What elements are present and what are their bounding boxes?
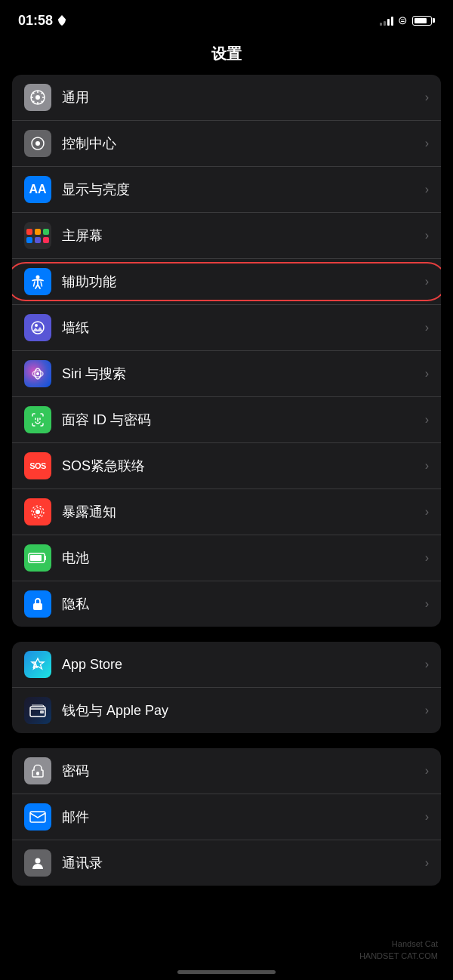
privacy-icon: [24, 590, 51, 618]
faceid-icon: [24, 406, 51, 433]
siri-chevron: ›: [425, 367, 429, 381]
home-indicator: [177, 970, 276, 974]
mail-label: 邮件: [62, 808, 419, 826]
watermark: Handset Cat HANDSET CAT.COM: [359, 938, 438, 962]
settings-item-privacy[interactable]: 隐私 ›: [12, 581, 441, 627]
svg-line-8: [42, 92, 43, 94]
display-chevron: ›: [425, 183, 429, 196]
svg-line-6: [32, 92, 34, 94]
status-time: 01:58: [18, 13, 53, 29]
svg-rect-25: [30, 555, 42, 561]
mail-icon: [24, 803, 51, 831]
settings-item-homescreen[interactable]: 主屏幕 ›: [12, 213, 441, 259]
status-bar: 01:58 ⊜: [0, 0, 453, 38]
battery-icon: [412, 16, 435, 26]
wallet-icon: [24, 697, 51, 724]
settings-item-battery[interactable]: 电池 ›: [12, 535, 441, 581]
svg-point-21: [35, 510, 40, 514]
settings-item-accessibility[interactable]: 辅助功能 ›: [12, 259, 441, 305]
sos-chevron: ›: [425, 459, 429, 473]
svg-text:A: A: [32, 661, 38, 670]
sos-icon: SOS: [24, 452, 51, 479]
control-center-label: 控制中心: [62, 134, 419, 153]
wifi-icon: ⊜: [398, 14, 408, 27]
siri-label: Siri 与搜索: [62, 365, 419, 383]
appstore-chevron: ›: [425, 658, 429, 671]
passwords-label: 密码: [62, 762, 419, 780]
general-label: 通用: [62, 88, 419, 106]
wallet-chevron: ›: [425, 704, 429, 717]
settings-section-3: 密码 › 邮件 › 通讯录 ›: [12, 748, 441, 886]
accessibility-label: 辅助功能: [62, 273, 419, 291]
accessibility-chevron: ›: [425, 275, 429, 288]
settings-item-mail[interactable]: 邮件 ›: [12, 794, 441, 840]
homescreen-label: 主屏幕: [62, 227, 419, 245]
exposure-label: 暴露通知: [62, 503, 419, 521]
homescreen-chevron: ›: [425, 229, 429, 242]
contacts-chevron: ›: [425, 856, 429, 870]
wallpaper-label: 墙纸: [62, 319, 419, 337]
settings-item-faceid[interactable]: 面容 ID 与密码 ›: [12, 397, 441, 443]
general-icon: [24, 84, 51, 111]
svg-point-14: [35, 324, 38, 327]
svg-point-1: [35, 95, 40, 100]
svg-line-7: [42, 101, 43, 103]
control-center-icon: [24, 130, 51, 157]
wallpaper-icon: [24, 314, 51, 341]
settings-item-appstore[interactable]: A App Store ›: [12, 642, 441, 688]
general-chevron: ›: [425, 91, 429, 104]
svg-rect-30: [36, 772, 39, 775]
exposure-icon: [24, 498, 51, 525]
privacy-label: 隐私: [62, 595, 419, 613]
settings-item-wallet[interactable]: 钱包与 Apple Pay ›: [12, 688, 441, 733]
wallpaper-chevron: ›: [425, 321, 429, 334]
svg-line-9: [32, 101, 34, 103]
settings-section-2: A App Store › 钱包与 Apple Pay ›: [12, 642, 441, 733]
wallet-label: 钱包与 Apple Pay: [62, 701, 419, 720]
display-icon: AA: [24, 176, 51, 203]
appstore-icon: A: [24, 651, 51, 678]
mail-chevron: ›: [425, 810, 429, 824]
settings-item-siri[interactable]: Siri 与搜索 ›: [12, 351, 441, 397]
svg-rect-31: [30, 812, 45, 822]
faceid-chevron: ›: [425, 413, 429, 427]
homescreen-icon: [24, 222, 51, 249]
svg-point-17: [36, 372, 39, 375]
faceid-label: 面容 ID 与密码: [62, 411, 419, 429]
passwords-icon: [24, 757, 51, 784]
svg-point-32: [35, 858, 41, 864]
settings-item-passwords[interactable]: 密码 ›: [12, 748, 441, 794]
signal-icon: [380, 15, 393, 26]
status-icons: ⊜: [380, 14, 435, 27]
settings-section-1: 通用 › 控制中心 › AA 显示与亮度 ›: [12, 75, 441, 627]
display-label: 显示与亮度: [62, 180, 419, 199]
settings-item-control-center[interactable]: 控制中心 ›: [12, 121, 441, 167]
passwords-chevron: ›: [425, 764, 429, 778]
location-icon: [57, 15, 66, 26]
accessibility-icon: [24, 268, 51, 295]
svg-point-13: [32, 322, 44, 334]
control-center-chevron: ›: [425, 137, 429, 150]
settings-item-wallpaper[interactable]: 墙纸 ›: [12, 305, 441, 351]
svg-point-12: [36, 276, 40, 279]
settings-item-contacts[interactable]: 通讯录 ›: [12, 840, 441, 886]
page-title: 设置: [0, 38, 453, 75]
sos-label: SOS紧急联络: [62, 457, 419, 475]
privacy-chevron: ›: [425, 597, 429, 611]
settings-item-display[interactable]: AA 显示与亮度 ›: [12, 167, 441, 213]
svg-rect-26: [33, 603, 42, 610]
settings-item-sos[interactable]: SOS SOS紧急联络 ›: [12, 443, 441, 489]
battery-setting-icon: [24, 544, 51, 572]
svg-point-11: [35, 141, 40, 146]
siri-icon: [24, 360, 51, 387]
settings-item-exposure[interactable]: 暴露通知 ›: [12, 489, 441, 535]
exposure-chevron: ›: [425, 505, 429, 519]
settings-item-general[interactable]: 通用 ›: [12, 75, 441, 121]
appstore-label: App Store: [62, 657, 419, 673]
svg-rect-29: [40, 710, 44, 713]
contacts-icon: [24, 849, 51, 877]
battery-label: 电池: [62, 549, 419, 567]
battery-chevron: ›: [425, 551, 429, 565]
contacts-label: 通讯录: [62, 854, 419, 872]
